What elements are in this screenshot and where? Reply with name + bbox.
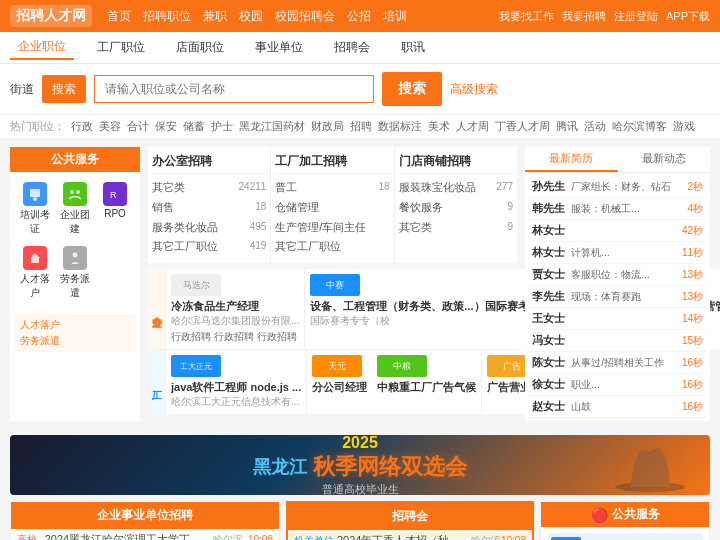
search-input[interactable] [94, 75, 374, 103]
public-services-card: 🔴 公共服务 政务 哈尔滨政务服务局 人事档案·户籍办理 [540, 501, 710, 540]
office-item-3[interactable]: 其它工厂职位 419 [152, 237, 266, 257]
resume-item-2[interactable]: 林女士 42秒 [528, 220, 707, 242]
house-label: 人才落户 [18, 272, 52, 300]
factory-item-0[interactable]: 普工 18 [275, 178, 389, 198]
hot-tag-11[interactable]: 人才周 [456, 119, 489, 134]
public-service-0[interactable]: 政务 哈尔滨政务服务局 [547, 533, 703, 540]
hot-tag-12[interactable]: 丁香人才周 [495, 119, 550, 134]
store-item-1[interactable]: 餐饮服务 9 [399, 198, 513, 218]
subnav-store[interactable]: 店面职位 [168, 36, 232, 59]
subnav-enterprise[interactable]: 企业职位 [10, 35, 74, 60]
service-cert[interactable]: 培训考证 [16, 178, 54, 240]
resume-item-9[interactable]: 徐女士 职业... 16秒 [528, 374, 707, 396]
subnav-news[interactable]: 职讯 [393, 36, 433, 59]
resume-item-4[interactable]: 贾女士 客服职位：物流... 13秒 [528, 264, 707, 286]
nav-jobs[interactable]: 招聘职位 [143, 8, 191, 25]
factory-logo-2: 中粮 [377, 355, 427, 377]
hot-tag-8[interactable]: 招聘 [350, 119, 372, 134]
main-content: 公共服务 培训考证 企业团建 R RPO [0, 139, 720, 429]
hot-tag-14[interactable]: 活动 [584, 119, 606, 134]
recruiter-link[interactable]: 我要招聘 [562, 9, 606, 24]
banner-year: 2025 [253, 435, 467, 452]
office-title: 办公室招聘 [152, 153, 266, 174]
resume-item-5[interactable]: 李先生 现场：体育赛跑 13秒 [528, 286, 707, 308]
rpo-label: RPO [104, 208, 126, 219]
hot-tag-5[interactable]: 护士 [211, 119, 233, 134]
office-item-2[interactable]: 服务类化妆品 495 [152, 218, 266, 238]
hot-tag-4[interactable]: 储蓄 [183, 119, 205, 134]
office-item-1[interactable]: 销售 18 [152, 198, 266, 218]
search-button[interactable]: 搜索 [382, 72, 442, 106]
advanced-search-link[interactable]: 高级搜索 [450, 81, 498, 98]
hot-tag-1[interactable]: 美容 [99, 119, 121, 134]
enterprise-item-0[interactable]: 高校 2024黑龙江哈尔滨理工大学丁香人才... 哈尔滨 10:08 [11, 529, 279, 540]
nav-training[interactable]: 培训 [383, 8, 407, 25]
resume-item-6[interactable]: 王女士 14秒 [528, 308, 707, 330]
enterprise-card-title: 企业事业单位招聘 [11, 502, 279, 529]
subnav-fair[interactable]: 招聘会 [326, 36, 378, 59]
location-search-button[interactable]: 搜索 [42, 75, 86, 103]
nav-campus-fair[interactable]: 校园招聘会 [275, 8, 335, 25]
subnav-factory[interactable]: 工厂职位 [89, 36, 153, 59]
banner-decoration [610, 437, 690, 495]
enterprise-text-0: 2024黑龙江哈尔滨理工大学丁香人才... [45, 532, 205, 540]
hot-tag-7[interactable]: 财政局 [311, 119, 344, 134]
hot-tag-2[interactable]: 合计 [127, 119, 149, 134]
factory-logo-0: 工大正元 [171, 355, 221, 377]
tab-latest-resumes[interactable]: 最新简历 [525, 147, 618, 172]
resume-item-1[interactable]: 韩先生 服装：机械工... 4秒 [528, 198, 707, 220]
extra-service-label1: 人才落户 [20, 318, 130, 332]
office-item-0[interactable]: 其它类 24211 [152, 178, 266, 198]
hot-tag-13[interactable]: 腾讯 [556, 119, 578, 134]
hot-tag-6[interactable]: 黑龙江国药材 [239, 119, 305, 134]
job-fair-card: 招聘会 机关单位 2024年丁香人才招（秋季）哈... 哈尔滨 10:08 高校… [286, 501, 534, 540]
factory-item-3[interactable]: 其它工厂职位 [275, 237, 389, 257]
hot-tag-3[interactable]: 保安 [155, 119, 177, 134]
service-labor[interactable]: 劳务派遣 [56, 242, 94, 304]
site-logo: 招聘人才网 [10, 5, 92, 27]
store-item-2[interactable]: 其它类 9 [399, 218, 513, 238]
store-item-0[interactable]: 服装珠宝化妆品 277 [399, 178, 513, 198]
svg-rect-0 [30, 189, 40, 197]
nav-home[interactable]: 首页 [107, 8, 131, 25]
office-card-0[interactable]: 马迭尔 冷冻食品生产经理 哈尔滨马迭尔集团股份有限... 行政招聘 行政招聘 行… [166, 269, 304, 349]
nav-public[interactable]: 公招 [347, 8, 371, 25]
office-detail-0: 行政招聘 行政招聘 行政招聘 [171, 330, 299, 344]
service-rpo[interactable]: R RPO [96, 178, 134, 240]
hot-tag-16[interactable]: 游戏 [673, 119, 695, 134]
resume-item-7[interactable]: 冯女士 15秒 [528, 330, 707, 352]
hot-tag-0[interactable]: 行政 [71, 119, 93, 134]
job-categories: 办公室招聘 其它类 24211 销售 18 服务类化妆品 495 其它工厂职位 … [148, 147, 517, 263]
subnav-institution[interactable]: 事业单位 [247, 36, 311, 59]
hot-tag-9[interactable]: 数据标注 [378, 119, 422, 134]
service-house[interactable]: 人才落户 [16, 242, 54, 304]
app-link[interactable]: APP下载 [666, 9, 710, 24]
register-link[interactable]: 注册登陆 [614, 9, 658, 24]
resume-item-3[interactable]: 林女士 计算机... 11秒 [528, 242, 707, 264]
factory-card-1[interactable]: 天元 分公司经理 [307, 350, 372, 414]
bottom-section: 企业事业单位招聘 高校 2024黑龙江哈尔滨理工大学丁香人才... 哈尔滨 10… [10, 501, 710, 540]
service-team[interactable]: 企业团建 [56, 178, 94, 240]
nav-parttime[interactable]: 兼职 [203, 8, 227, 25]
factory-card-2[interactable]: 中粮 中粮重工厂广告气候 [372, 350, 481, 414]
team-icon [63, 182, 87, 206]
tab-latest-activity[interactable]: 最新动态 [618, 147, 711, 172]
autumn-fair-banner[interactable]: 2025 黑龙江 秋季网络双选会 普通高校毕业生 [10, 435, 710, 495]
banner-province: 黑龙江 [253, 455, 307, 479]
service-grid: 培训考证 企业团建 R RPO 人才落户 [10, 172, 140, 310]
hot-tag-15[interactable]: 哈尔滨博客 [612, 119, 667, 134]
factory-item-2[interactable]: 生产管理/车间主任 [275, 218, 389, 238]
jobseeker-link[interactable]: 我要找工作 [499, 9, 554, 24]
fair-tag-0: 机关单位 [294, 534, 334, 541]
fair-item-0[interactable]: 机关单位 2024年丁香人才招（秋季）哈... 哈尔滨 10:08 [288, 530, 532, 540]
factory-item-1[interactable]: 仓储管理 [275, 198, 389, 218]
header-right: 我要找工作 我要招聘 注册登陆 APP下载 [499, 9, 710, 24]
nav-campus[interactable]: 校园 [239, 8, 263, 25]
resume-item-0[interactable]: 孙先生 厂家组长：财务、钻石 2秒 [528, 176, 707, 198]
resume-item-10[interactable]: 赵女士 山鼓 16秒 [528, 396, 707, 418]
hot-tag-10[interactable]: 美术 [428, 119, 450, 134]
banner-subtitle: 普通高校毕业生 [253, 482, 467, 496]
factory-card-0[interactable]: 工大正元 java软件工程师 node.js ... 哈尔滨工大正元信息技术有.… [166, 350, 306, 414]
resume-item-8[interactable]: 陈女士 从事过/招聘相关工作 16秒 [528, 352, 707, 374]
office-listings-row: 办公室 马迭尔 冷冻食品生产经理 哈尔滨马迭尔集团股份有限... 行政招聘 行政… [148, 269, 517, 349]
